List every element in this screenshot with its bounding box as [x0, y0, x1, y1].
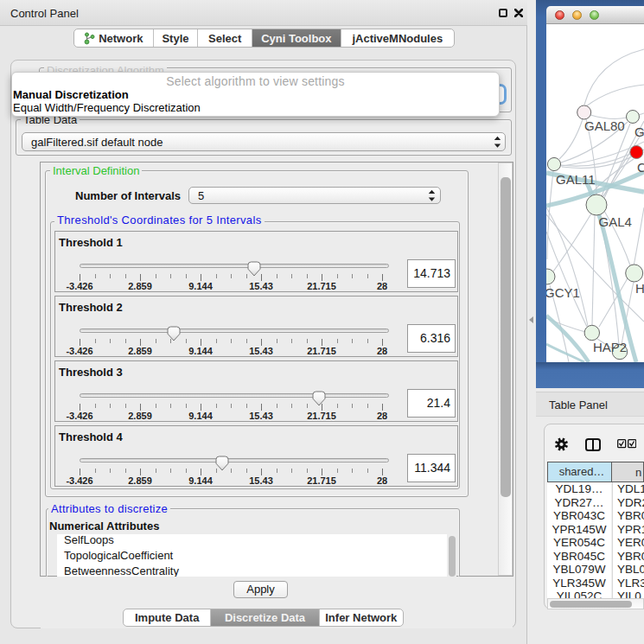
svg-text:GAL11: GAL11	[556, 172, 596, 187]
svg-text:GCY1: GCY1	[546, 285, 580, 300]
svg-text:HI: HI	[635, 281, 644, 296]
svg-text:HAP2: HAP2	[593, 340, 627, 354]
svg-text:GAL4: GAL4	[599, 214, 632, 229]
svg-text:GA: GA	[634, 124, 644, 139]
svg-text:GAL80: GAL80	[584, 118, 625, 133]
svg-text:CY: CY	[637, 160, 644, 175]
